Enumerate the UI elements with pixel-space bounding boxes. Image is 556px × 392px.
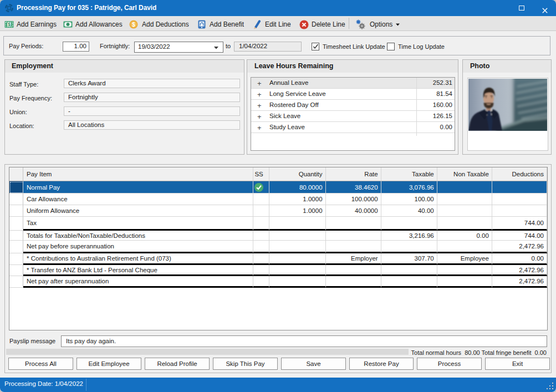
svg-text:$: $ [8, 22, 11, 27]
svg-text:$: $ [132, 22, 135, 28]
